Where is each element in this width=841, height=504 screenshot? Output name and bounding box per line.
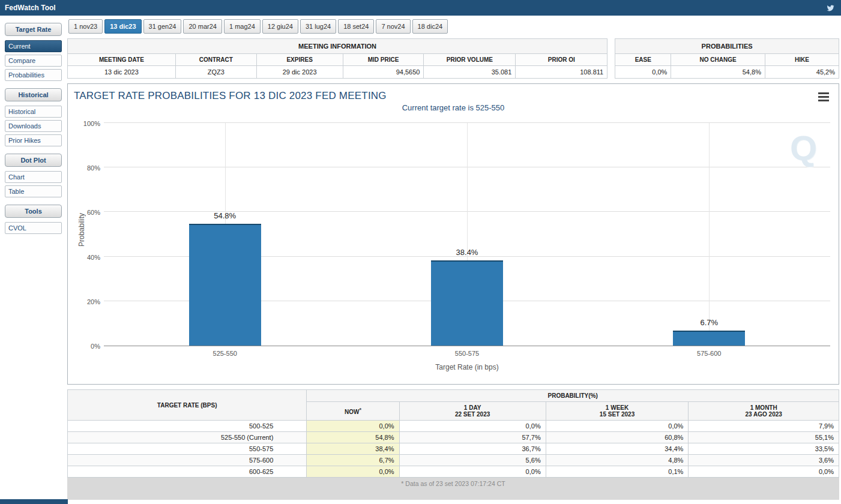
sidebar-section-target-rate: Target Rate Current Compare Probabilitie… (5, 23, 62, 81)
col-1-week: 1 WEEK15 SET 2023 (546, 402, 689, 421)
week-cell: 4,8% (546, 455, 689, 466)
bar-label: 38.4% (456, 248, 478, 257)
rate-header: TARGET RATE (BPS) (68, 390, 307, 421)
sidebar-header-target-rate: Target Rate (5, 23, 62, 36)
tab-18-dic24[interactable]: 18 dic24 (412, 19, 448, 34)
chart-body: Probability 0% 20% 40% 60% (81, 123, 830, 371)
sidebar-section-dot-plot: Dot Plot Chart Table (5, 154, 62, 197)
prior-volume-value: 35.081 (424, 66, 516, 79)
col-no-change: NO CHANGE (671, 54, 765, 66)
probability-group-header: PROBABILITY(%) (307, 390, 839, 402)
sidebar-section-historical: Historical Historical Downloads Prior Hi… (5, 88, 62, 146)
sidebar-header-tools: Tools (5, 205, 62, 218)
twitter-icon[interactable] (826, 4, 835, 13)
x-axis-categories: 525-550 550-575 575-600 (104, 346, 830, 358)
probabilities-title: PROBABILITIES (615, 39, 839, 54)
col-expires: EXPIRES (256, 54, 343, 66)
bar-label: 6.7% (700, 318, 718, 327)
rate-cell: 525-550 (Current) (68, 432, 307, 443)
col-1-day: 1 DAY22 SET 2023 (399, 402, 546, 421)
tab-7-nov24[interactable]: 7 nov24 (376, 19, 410, 34)
table-row: 550-575 38,4% 36,7% 34,4% 33,5% (68, 443, 839, 455)
tab-1-nov23[interactable]: 1 nov23 (68, 19, 103, 34)
sidebar-item-table[interactable]: Table (5, 185, 62, 197)
y-tick: 0% (76, 343, 100, 350)
week-cell: 0,0% (546, 421, 689, 432)
day-cell: 57,7% (399, 432, 546, 443)
meeting-date-tabs: 1 nov23 13 dic23 31 gen24 20 mar24 1 mag… (68, 19, 839, 34)
app-header: FedWatch Tool (0, 0, 841, 16)
tab-31-gen24[interactable]: 31 gen24 (143, 19, 182, 34)
y-tick: 40% (76, 254, 100, 261)
x-category: 525-550 (213, 350, 237, 357)
now-cell: 0,0% (307, 466, 399, 478)
week-cell: 0,1% (546, 466, 689, 478)
month-cell: 7,9% (689, 421, 839, 432)
month-cell: 33,5% (689, 443, 839, 455)
now-cell: 0,0% (307, 421, 399, 432)
ease-value: 0,0% (615, 66, 671, 79)
hike-value: 45,2% (765, 66, 839, 79)
tab-18-set24[interactable]: 18 set24 (338, 19, 374, 34)
sidebar-item-prior-hikes[interactable]: Prior Hikes (5, 134, 62, 146)
sidebar-item-downloads[interactable]: Downloads (5, 120, 62, 132)
col-1-month: 1 MONTH23 AGO 2023 (689, 402, 839, 421)
y-tick: 80% (76, 164, 100, 172)
month-cell: 55,1% (689, 432, 839, 443)
col-now: NOW* (307, 402, 399, 421)
col-ease: EASE (615, 54, 671, 66)
tab-31-lug24[interactable]: 31 lug24 (300, 19, 336, 34)
y-tick: 60% (76, 209, 100, 216)
tab-20-mar24[interactable]: 20 mar24 (183, 19, 222, 34)
chart-subtitle: Current target rate is 525-550 (68, 103, 839, 112)
sidebar-item-probabilities[interactable]: Probabilities (5, 69, 62, 81)
col-prior-oi: PRIOR OI (516, 54, 607, 66)
day-cell: 0,0% (399, 421, 546, 432)
week-cell: 34,4% (546, 443, 689, 455)
now-cell: 6,7% (307, 455, 399, 466)
meeting-info-table: MEETING INFORMATION MEETING DATE CONTRAC… (67, 38, 607, 79)
y-tick: 20% (76, 298, 100, 305)
sidebar-item-chart[interactable]: Chart (5, 171, 62, 183)
sidebar-item-historical[interactable]: Historical (5, 106, 62, 118)
app-title: FedWatch Tool (5, 4, 56, 12)
col-hike: HIKE (765, 54, 839, 66)
now-cell: 38,4% (307, 443, 399, 455)
sidebar-item-cvol[interactable]: CVOL (5, 222, 62, 234)
sidebar-header-historical: Historical (5, 88, 62, 101)
meeting-info-title: MEETING INFORMATION (68, 39, 607, 54)
meeting-date-value: 13 dic 2023 (68, 66, 176, 79)
month-cell: 0,0% (689, 466, 839, 478)
col-contract: CONTRACT (175, 54, 256, 66)
sidebar-header-dot-plot: Dot Plot (5, 154, 62, 167)
v-gridline (709, 123, 710, 346)
y-axis-label: Probability (77, 213, 86, 247)
chart-menu-icon[interactable] (818, 92, 829, 103)
table-row: 600-625 0,0% 0,0% 0,1% 0,0% (68, 466, 839, 478)
bar-575-600 (673, 331, 745, 346)
tab-1-mag24[interactable]: 1 mag24 (224, 19, 261, 34)
rate-cell: 500-525 (68, 421, 307, 432)
main-content: 1 nov23 13 dic23 31 gen24 20 mar24 1 mag… (66, 16, 841, 500)
probabilities-panel: PROBABILITIES EASE NO CHANGE HIKE 0,0% 5… (615, 38, 839, 79)
day-cell: 0,0% (399, 466, 546, 478)
now-cell: 54,8% (307, 432, 399, 443)
rate-cell: 600-625 (68, 466, 307, 478)
chart-panel: TARGET RATE PROBABILITIES FOR 13 DIC 202… (67, 83, 839, 385)
mid-price-value: 94,5650 (343, 66, 424, 79)
table-row: 575-600 6,7% 5,6% 4,8% 3,6% (68, 455, 839, 466)
x-axis-label: Target Rate (in bps) (104, 358, 830, 371)
tab-13-dic23[interactable]: 13 dic23 (104, 19, 141, 34)
probability-history-table: TARGET RATE (BPS) PROBABILITY(%) NOW* 1 … (67, 389, 839, 478)
month-cell: 3,6% (689, 455, 839, 466)
rate-cell: 550-575 (68, 443, 307, 455)
y-tick: 100% (76, 120, 100, 127)
sidebar: Target Rate Current Compare Probabilitie… (0, 16, 66, 500)
sidebar-item-compare[interactable]: Compare (5, 55, 62, 67)
tab-12-giu24[interactable]: 12 giu24 (262, 19, 298, 34)
table-row: 500-525 0,0% 0,0% 0,0% 7,9% (68, 421, 839, 432)
sidebar-section-tools: Tools CVOL (5, 205, 62, 234)
col-meeting-date: MEETING DATE (68, 54, 176, 66)
bar-550-575 (431, 260, 503, 346)
sidebar-item-current[interactable]: Current (5, 40, 62, 52)
